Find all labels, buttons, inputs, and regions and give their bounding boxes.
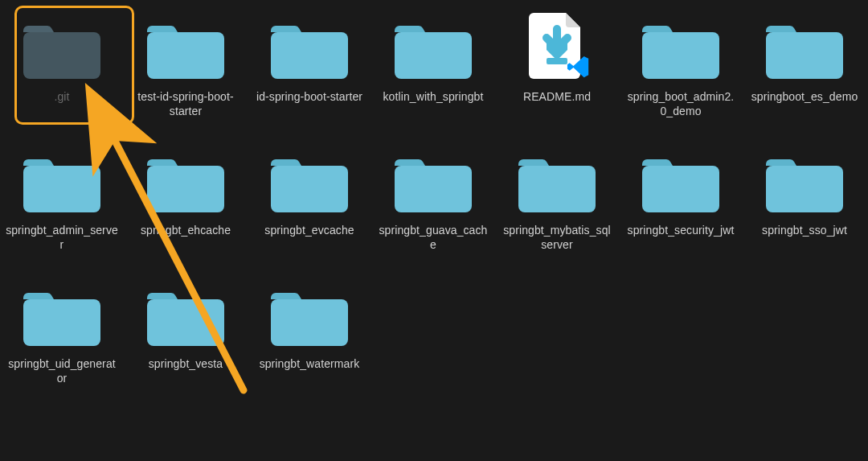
folder-springbt-guava-cache[interactable]: springbt_guava_cache xyxy=(371,148,495,282)
folder-icon xyxy=(23,18,100,79)
svg-rect-16 xyxy=(271,299,348,346)
item-label: spring_boot_admin2.0_demo xyxy=(624,90,737,118)
svg-rect-11 xyxy=(518,166,596,212)
svg-rect-4 xyxy=(547,58,567,64)
svg-rect-9 xyxy=(271,166,348,212)
folder-icon xyxy=(147,18,224,79)
folder-springbt-vesta[interactable]: springbt_vesta xyxy=(124,282,248,415)
folder-icon xyxy=(271,285,348,346)
folder-icon xyxy=(271,151,348,212)
svg-rect-5 xyxy=(642,32,719,79)
folder-icon xyxy=(642,18,719,79)
folder-spring-boot-admin2-0-demo[interactable]: spring_boot_admin2.0_demo xyxy=(619,14,743,148)
folder-springbt-evcache[interactable]: springbt_evcache xyxy=(248,148,371,282)
item-label: springbt_uid_generator xyxy=(6,357,118,385)
folder-springbt-mybatis-sqlserver[interactable]: springbt_mybatis_sqlserver xyxy=(495,148,619,282)
item-label: springbt_vesta xyxy=(149,357,223,372)
item-label: kotlin_with_springbt xyxy=(383,90,484,105)
folder-springbt-admin-server[interactable]: springbt_admin_server xyxy=(0,148,124,282)
folder-icon xyxy=(147,151,224,212)
svg-rect-3 xyxy=(395,32,472,79)
svg-rect-10 xyxy=(395,166,472,212)
svg-rect-1 xyxy=(147,32,224,79)
folder-springbt-security-jwt[interactable]: springbt_security_jwt xyxy=(619,148,743,282)
item-label: springbt_security_jwt xyxy=(628,224,735,238)
folder-icon xyxy=(518,151,596,212)
folder-test-id-spring-boot-starter[interactable]: test-id-spring-boot-starter xyxy=(124,14,248,148)
item-label: springbt_evcache xyxy=(264,224,354,238)
item-label: test-id-spring-boot-starter xyxy=(129,90,242,118)
item-label: springbt_watermark xyxy=(260,357,360,372)
folder-springbt-watermark[interactable]: springbt_watermark xyxy=(248,282,371,415)
markdown-file-icon xyxy=(518,18,596,79)
folder-icon xyxy=(271,18,348,79)
item-label: springbt_mybatis_sqlserver xyxy=(501,224,613,252)
folder-kotlin-with-springbt[interactable]: kotlin_with_springbt xyxy=(371,14,495,148)
svg-rect-7 xyxy=(23,166,100,212)
item-label: springbt_sso_jwt xyxy=(762,224,847,238)
file-grid: .git test-id-spring-boot-starter id-spri… xyxy=(0,0,868,415)
svg-rect-13 xyxy=(766,166,843,212)
folder-springbt-sso-jwt[interactable]: springbt_sso_jwt xyxy=(743,148,866,282)
folder-springboot-es-demo[interactable]: springboot_es_demo xyxy=(743,14,866,148)
item-label: id-spring-boot-starter xyxy=(256,90,362,105)
vscode-badge-icon xyxy=(567,55,591,79)
svg-rect-2 xyxy=(271,32,348,79)
item-label: springbt_admin_server xyxy=(6,224,118,252)
svg-rect-14 xyxy=(23,299,100,346)
svg-rect-8 xyxy=(147,166,224,212)
item-label: springbt_ehcache xyxy=(141,224,231,238)
folder-icon xyxy=(766,18,843,79)
folder-id-spring-boot-starter[interactable]: id-spring-boot-starter xyxy=(248,14,371,148)
svg-rect-0 xyxy=(23,32,100,79)
item-label: springbt_guava_cache xyxy=(377,224,489,252)
file-readme-md[interactable]: README.md xyxy=(495,14,619,148)
folder-icon xyxy=(23,151,100,212)
item-label: README.md xyxy=(523,90,591,105)
folder-icon xyxy=(147,285,224,346)
svg-rect-12 xyxy=(642,166,719,212)
item-label: springboot_es_demo xyxy=(751,90,858,105)
folder-icon xyxy=(642,151,719,212)
folder-icon xyxy=(395,18,472,79)
svg-rect-6 xyxy=(766,32,843,79)
folder-icon xyxy=(395,151,472,212)
folder-springbt-uid-generator[interactable]: springbt_uid_generator xyxy=(0,282,124,415)
svg-rect-15 xyxy=(147,299,224,346)
folder-springbt-ehcache[interactable]: springbt_ehcache xyxy=(124,148,248,282)
folder-icon xyxy=(23,285,100,346)
item-label: .git xyxy=(54,90,69,105)
folder-icon xyxy=(766,151,843,212)
folder-git[interactable]: .git xyxy=(0,14,124,148)
